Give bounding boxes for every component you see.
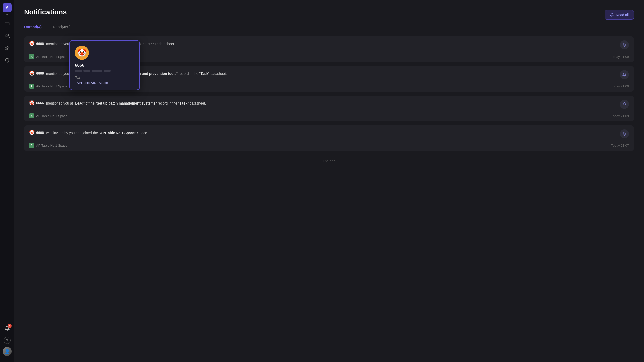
space-badge-icon: A	[29, 113, 34, 118]
app-avatar[interactable]: A	[3, 3, 12, 12]
tooltip-dot	[83, 70, 90, 72]
read-all-button[interactable]: Read all	[605, 10, 634, 20]
tabs-header: Unread(4) Read(450)	[24, 22, 634, 32]
tab-unread[interactable]: Unread(4)	[24, 22, 47, 32]
help-icon[interactable]: ?	[4, 337, 11, 344]
sidebar: A ▾ 4 ? 👤	[0, 0, 14, 362]
space-name: APITable No.1 Space	[36, 144, 67, 147]
notification-username: 6666	[36, 130, 44, 135]
user-emoji-icon: 🤡	[29, 129, 35, 136]
shield-icon[interactable]	[3, 56, 12, 65]
user-emoji-icon: 🤡	[29, 70, 35, 77]
notification-icon-button[interactable]: 4	[3, 324, 12, 333]
svg-point-3	[6, 34, 7, 36]
user-tooltip-popup: 🤡 6666 Team - APITable No.1 Space	[69, 40, 140, 90]
user-emoji-icon: 🤡	[29, 40, 35, 47]
tab-read[interactable]: Read(450)	[53, 22, 76, 32]
notification-item: 🤡 6666 mentioned you at "Lead" of the "S…	[24, 96, 634, 121]
page-title: Notifications	[24, 8, 634, 16]
notification-item: 🤡 6666 was invited by you and joined the…	[24, 125, 634, 151]
main-panel: Notifications Read all Unread(4) Read(45…	[14, 0, 644, 362]
tooltip-team-value: - APITable No.1 Space	[75, 81, 134, 85]
chevron-down-icon[interactable]: ▾	[6, 13, 8, 17]
user-avatar[interactable]: 👤	[3, 347, 12, 356]
end-label: The end	[24, 151, 634, 167]
monitor-icon[interactable]	[3, 20, 12, 29]
notification-username: 6666	[36, 100, 44, 106]
notification-space: A APITable No.1 Space	[29, 54, 67, 59]
tooltip-dot	[104, 70, 111, 72]
user-face-icon: 👤	[3, 347, 12, 356]
space-name: APITable No.1 Space	[36, 114, 67, 118]
svg-rect-0	[5, 22, 9, 25]
space-name: APITable No.1 Space	[36, 55, 67, 59]
notification-time: Today 21:07	[611, 144, 629, 147]
tooltip-team-label: Team	[75, 76, 134, 79]
notification-count-badge: 4	[8, 324, 12, 328]
tooltip-avatar-icon: 🤡	[75, 46, 89, 60]
tooltip-username: 6666	[75, 63, 134, 68]
notification-time: Today 21:09	[611, 84, 629, 88]
tooltip-dot	[75, 70, 82, 72]
tooltip-dot	[92, 70, 102, 72]
notification-space: A APITable No.1 Space	[29, 113, 67, 118]
notification-time: Today 21:09	[611, 114, 629, 118]
notification-bell-icon[interactable]	[620, 40, 629, 49]
space-badge-icon: A	[29, 84, 34, 89]
notification-space: A APITable No.1 Space	[29, 84, 67, 89]
space-badge-icon: A	[29, 143, 34, 148]
notification-time: Today 21:09	[611, 55, 629, 59]
space-badge-icon: A	[29, 54, 34, 59]
notification-bell-icon[interactable]	[620, 129, 629, 138]
notification-text: 🤡 6666 mentioned you at "Lead" of the "S…	[29, 100, 617, 107]
users-icon[interactable]	[3, 32, 12, 41]
notification-space: A APITable No.1 Space	[29, 143, 67, 148]
notification-username: 6666	[36, 71, 44, 76]
tooltip-role-dots	[75, 70, 134, 72]
notification-bell-icon[interactable]	[620, 70, 629, 79]
notification-text: 🤡 6666 was invited by you and joined the…	[29, 129, 617, 136]
notification-username: 6666	[36, 41, 44, 46]
notification-bell-icon[interactable]	[620, 100, 629, 109]
user-emoji-icon: 🤡	[29, 100, 35, 107]
space-name: APITable No.1 Space	[36, 84, 67, 88]
rocket-icon[interactable]	[3, 44, 12, 53]
